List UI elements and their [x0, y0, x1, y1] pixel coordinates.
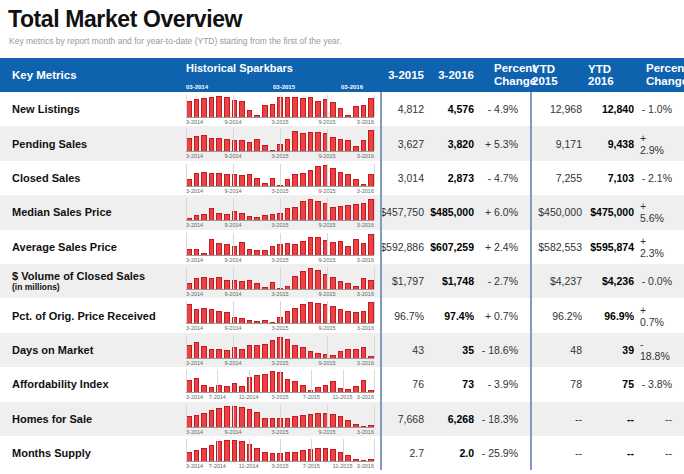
table-row: Pct. of Orig. Price Received3-20149-2014… [0, 298, 684, 332]
sparkbar-gridline [186, 198, 187, 220]
sparkbar-bar [209, 387, 215, 392]
table-row: New Listings3-20149-20143-20159-20153-20… [0, 92, 684, 126]
sparkbar-axis-label: 11-2014 [239, 394, 259, 400]
sparkbar-bar [323, 448, 329, 461]
value-month-2016: 3,820 [430, 126, 480, 160]
sparkbar-gridline [249, 439, 250, 461]
sparkbar-bar [209, 239, 215, 255]
value-percent-change-month: + 0.7% [480, 298, 532, 332]
sparkbar-bar [270, 214, 276, 220]
value-ytd-2015: 48 [532, 333, 588, 367]
header-month-2016: 3-2016 [430, 58, 480, 92]
sparkbar-bar [368, 425, 374, 427]
sparkbar-axis-label: 3-2015 [271, 429, 288, 435]
sparkbar-bar [270, 282, 276, 289]
value-percent-change-month: + 6.0% [480, 195, 532, 229]
sparkbar-bar [194, 136, 200, 151]
sparkbar-bar [292, 308, 298, 323]
sparkbar-bar [361, 347, 367, 358]
sparkbar-bar [345, 420, 351, 427]
sparkbar-bar [224, 312, 230, 323]
sparkbar-bar [315, 448, 321, 461]
sparkbar-bar [292, 97, 298, 117]
value-ytd-2016: 75 [588, 367, 640, 401]
sparkbar-gridline [374, 405, 375, 427]
sparkbar-bar [330, 449, 336, 461]
sparkbar-bar [308, 132, 314, 151]
sparkbar-axis-label: 9-2014 [224, 188, 241, 194]
sparkbar-bar [292, 174, 298, 186]
sparkbar-bar [315, 353, 321, 358]
sparkbar-axis-label: 3-2015 [271, 153, 288, 159]
sparkbar-axis-label: 3-2014 [186, 188, 203, 194]
sparkbar-bar [201, 385, 207, 392]
sparkbar-chart: 3-20149-20143-20159-20153-2016 [184, 161, 382, 195]
value-month-2016: 6,268 [430, 402, 480, 436]
sparkbar-axis-label: 3-2014 [186, 222, 203, 228]
sparkbar-bar [201, 98, 207, 117]
sparkbar-gridline [327, 336, 328, 358]
sparkbar-gridline [233, 198, 234, 220]
value-month-2015: 3,627 [382, 126, 430, 160]
sparkbar-bar [300, 271, 306, 289]
value-month-2016: $607,259 [430, 230, 480, 264]
sparkbar-bar [292, 381, 298, 392]
value-month-2015: $457,750 [382, 195, 430, 229]
sparkbar-bar [201, 253, 207, 255]
sparkbar-bar [345, 283, 351, 289]
sparkbar-bar [285, 243, 291, 255]
header-ytd-2015: YTD 2015 [532, 58, 588, 92]
sparkbar-bar [201, 346, 207, 358]
sparkbar-bar [338, 281, 344, 289]
sparkbar-bar [308, 414, 314, 427]
sparkbar-axis-label: 3-2016 [357, 394, 374, 400]
sparkbar-bar [368, 130, 374, 151]
sparkbar-gridline [233, 129, 234, 151]
value-percent-change-month: + 5.3% [480, 126, 532, 160]
sparkbars-title: Historical Sparkbars [186, 62, 293, 74]
sparkbar-bar [300, 241, 306, 255]
sparkbar-bar [216, 138, 222, 151]
sparkbar-axis-label: 3-2015 [271, 291, 288, 297]
sparkbar-gridline [186, 336, 187, 358]
sparkbar-gridline [343, 370, 344, 392]
sparkbar-bar [353, 179, 359, 186]
sparkbar-gridline [327, 198, 328, 220]
value-percent-change-ytd: - 0.0% [640, 264, 684, 298]
sparkbar-bar [345, 389, 351, 392]
sparkbar-bar [224, 386, 230, 392]
sparkbar-chart: 3-20147-201411-20143-20157-201511-20153-… [184, 367, 382, 401]
sparkbar-axis-label: 9-2014 [224, 119, 241, 125]
value-ytd-2015: $582,553 [532, 230, 588, 264]
table-row: $ Volume of Closed Sales(in millions)3-2… [0, 264, 684, 298]
sparkbar-bar [285, 179, 291, 186]
sparkbar-axis-label: 9-2014 [224, 360, 241, 366]
sparkbar-bar [292, 244, 298, 255]
sparkbar-bar [209, 309, 215, 323]
sparkbar-bar [224, 214, 230, 220]
sparkbar-axis-label: 3-2016 [357, 188, 374, 194]
sparkbar-bar [201, 448, 207, 461]
sparkbar-bar [368, 280, 374, 289]
sparkbar-bar [345, 311, 351, 323]
value-month-2015: 3,014 [382, 161, 430, 195]
sparkbar-bar [315, 413, 321, 427]
metric-label: Average Sales Price [0, 230, 184, 264]
value-percent-change-ytd: + 2.9% [640, 126, 684, 160]
sparkbars-sublabel-1: 03-2014 [186, 84, 208, 90]
sparkbar-bar [292, 416, 298, 427]
sparkbar-gridline [233, 301, 234, 323]
sparkbar-axis-label: 7-2015 [303, 463, 320, 469]
sparkbar-bar [270, 322, 276, 323]
value-month-2016: 35 [430, 333, 480, 367]
sparkbar-axis-label: 3-2016 [357, 119, 374, 125]
sparkbar-chart: 3-20149-20143-20159-20153-2016 [184, 298, 382, 332]
sparkbar-bar [254, 178, 260, 186]
sparkbar-bar [361, 243, 367, 255]
sparkbar-gridline [186, 164, 187, 186]
sparkbar-gridline [280, 164, 281, 186]
sparkbar-bar [209, 410, 215, 427]
sparkbar-axis-label: 3-2015 [271, 257, 288, 263]
sparkbar-axis-label: 3-2016 [357, 153, 374, 159]
value-month-2016: $485,000 [430, 195, 480, 229]
